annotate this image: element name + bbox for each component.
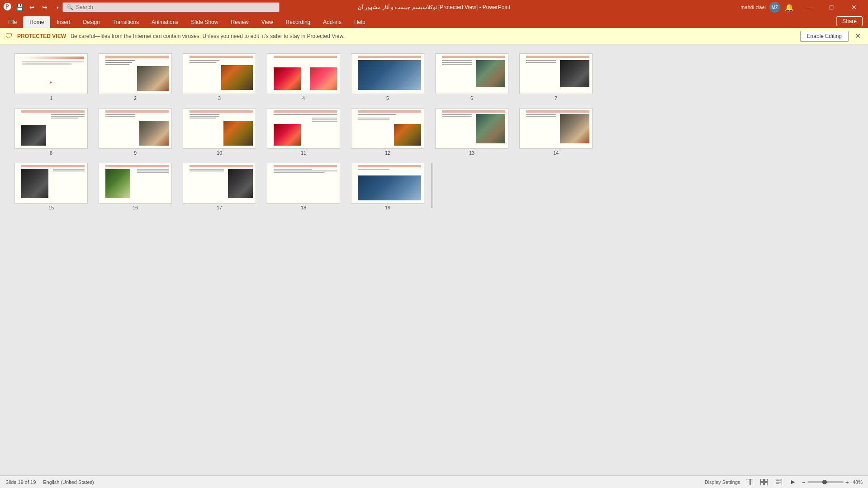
tab-transitions[interactable]: Transitions bbox=[106, 16, 145, 28]
slide-12[interactable]: 12 bbox=[351, 108, 424, 156]
status-right: Display Settings ▶ − + 48% bbox=[705, 477, 863, 488]
zoom-control: − + 48% bbox=[802, 479, 863, 486]
slide-grid: ► 1 2 bbox=[0, 44, 868, 475]
slide-number-18: 18 bbox=[301, 205, 306, 210]
svg-rect-4 bbox=[760, 483, 764, 485]
protected-view-bar: 🛡 PROTECTED VIEW Be careful—files from t… bbox=[0, 28, 868, 44]
search-input[interactable] bbox=[76, 4, 275, 10]
tab-slideshow[interactable]: Slide Show bbox=[185, 16, 224, 28]
protected-view-label: PROTECTED VIEW bbox=[17, 33, 66, 39]
slide-sorter-button[interactable] bbox=[759, 477, 769, 488]
slide-number-6: 6 bbox=[470, 95, 473, 101]
slide-2[interactable]: 2 bbox=[99, 53, 172, 101]
slide-10[interactable]: 10 bbox=[183, 108, 256, 156]
quick-access-toolbar: 🅟 💾 ↩ ↪ ▾ bbox=[4, 2, 62, 12]
zoom-in-button[interactable]: + bbox=[845, 479, 849, 486]
share-button[interactable]: Share bbox=[836, 16, 863, 26]
slide-16[interactable]: 16 bbox=[99, 163, 172, 210]
slide-row-2: 8 9 bbox=[9, 106, 859, 157]
slide-11[interactable]: 11 bbox=[267, 108, 340, 156]
slide-6[interactable]: 6 bbox=[435, 53, 508, 101]
svg-rect-3 bbox=[764, 479, 768, 482]
slide-number-9: 9 bbox=[134, 150, 137, 156]
slideshow-button[interactable]: ▶ bbox=[787, 477, 798, 488]
slide-number-15: 15 bbox=[48, 205, 54, 210]
slide-number-10: 10 bbox=[217, 150, 222, 156]
user-name: mahdi ziaei bbox=[740, 5, 766, 10]
tab-home[interactable]: Home bbox=[23, 16, 50, 28]
slide-number-5: 5 bbox=[386, 95, 389, 101]
slide-number-13: 13 bbox=[469, 150, 474, 156]
tab-design[interactable]: Design bbox=[76, 16, 106, 28]
tab-insert[interactable]: Insert bbox=[50, 16, 76, 28]
slide-number-8: 8 bbox=[50, 150, 52, 156]
slide-17[interactable]: 17 bbox=[183, 163, 256, 210]
window-controls: mahdi ziaei MZ 🔔 — □ ✕ bbox=[740, 0, 864, 14]
zoom-slider[interactable] bbox=[807, 481, 844, 483]
redo-button[interactable]: ↪ bbox=[40, 2, 50, 12]
tab-file[interactable]: File bbox=[2, 16, 23, 28]
user-avatar[interactable]: MZ bbox=[769, 2, 780, 13]
slide-number-2: 2 bbox=[134, 95, 137, 101]
protected-icon: 🛡 bbox=[5, 32, 13, 40]
svg-rect-0 bbox=[746, 479, 750, 485]
undo-button[interactable]: ↩ bbox=[27, 2, 37, 12]
reading-view-button[interactable] bbox=[773, 477, 784, 488]
slide-18[interactable]: 18 bbox=[267, 163, 340, 210]
display-settings-button[interactable]: Display Settings bbox=[705, 479, 740, 485]
slide-13[interactable]: 13 bbox=[435, 108, 508, 156]
slide-4[interactable]: 4 bbox=[267, 53, 340, 101]
svg-rect-2 bbox=[760, 479, 764, 482]
slide-number-7: 7 bbox=[555, 95, 557, 101]
notifications-icon[interactable]: 🔔 bbox=[785, 3, 794, 12]
slide-number-3: 3 bbox=[218, 95, 221, 101]
slide-number-12: 12 bbox=[385, 150, 390, 156]
slide-5[interactable]: 5 bbox=[351, 53, 424, 101]
slide-7[interactable]: 7 bbox=[519, 53, 593, 101]
tab-animations[interactable]: Animations bbox=[145, 16, 185, 28]
tab-recording[interactable]: Recording bbox=[280, 16, 317, 28]
tab-review[interactable]: Review bbox=[224, 16, 255, 28]
ribbon-tabs: File Home Insert Design Transitions Anim… bbox=[0, 14, 868, 28]
slide-15[interactable]: 15 bbox=[14, 163, 88, 210]
app-icon: 🅟 bbox=[4, 3, 12, 12]
zoom-out-button[interactable]: − bbox=[802, 479, 806, 486]
minimize-button[interactable]: — bbox=[798, 0, 819, 14]
slide-1[interactable]: ► 1 bbox=[14, 53, 88, 101]
slide-9[interactable]: 9 bbox=[99, 108, 172, 156]
tab-help[interactable]: Help bbox=[348, 16, 372, 28]
slide-19[interactable]: 19 bbox=[351, 163, 424, 210]
close-protected-bar-button[interactable]: ✕ bbox=[853, 30, 863, 42]
slide-number-19: 19 bbox=[385, 205, 390, 210]
tab-view[interactable]: View bbox=[255, 16, 280, 28]
slide-number-14: 14 bbox=[553, 150, 559, 156]
svg-rect-5 bbox=[764, 483, 768, 485]
slide-8[interactable]: 8 bbox=[14, 108, 88, 156]
search-icon: 🔍 bbox=[66, 4, 73, 10]
zoom-level: 48% bbox=[853, 479, 863, 485]
svg-rect-1 bbox=[751, 479, 753, 485]
language-indicator: English (United States) bbox=[43, 479, 94, 485]
slide-row-1: ► 1 2 bbox=[9, 52, 859, 103]
enable-editing-button[interactable]: Enable Editing bbox=[800, 31, 849, 42]
slide-number-11: 11 bbox=[301, 150, 306, 156]
slide-row-3: 15 16 bbox=[9, 161, 859, 212]
slide-3[interactable]: 3 bbox=[183, 53, 256, 101]
slide-number-1: 1 bbox=[50, 95, 52, 101]
slide-number-16: 16 bbox=[133, 205, 138, 210]
status-left: Slide 19 of 19 English (United States) bbox=[5, 479, 705, 485]
maximize-button[interactable]: □ bbox=[821, 0, 842, 14]
slide-number-17: 17 bbox=[217, 205, 222, 210]
slide-count: Slide 19 of 19 bbox=[5, 479, 36, 485]
zoom-thumb[interactable] bbox=[822, 480, 827, 484]
status-bar: Slide 19 of 19 English (United States) D… bbox=[0, 475, 868, 488]
customize-qa-button[interactable]: ▾ bbox=[52, 2, 62, 12]
slide-14[interactable]: 14 bbox=[519, 108, 593, 156]
tab-addins[interactable]: Add-ins bbox=[317, 16, 348, 28]
close-button[interactable]: ✕ bbox=[844, 0, 864, 14]
title-bar: 🅟 💾 ↩ ↪ ▾ 🔍 نوکلاسیسم چیست و آثار مشهور … bbox=[0, 0, 868, 14]
search-bar: 🔍 bbox=[62, 2, 280, 12]
normal-view-button[interactable] bbox=[744, 477, 755, 488]
document-title: نوکلاسیسم چیست و آثار مشهور آن [Protecte… bbox=[358, 4, 510, 10]
save-button[interactable]: 💾 bbox=[14, 2, 24, 12]
